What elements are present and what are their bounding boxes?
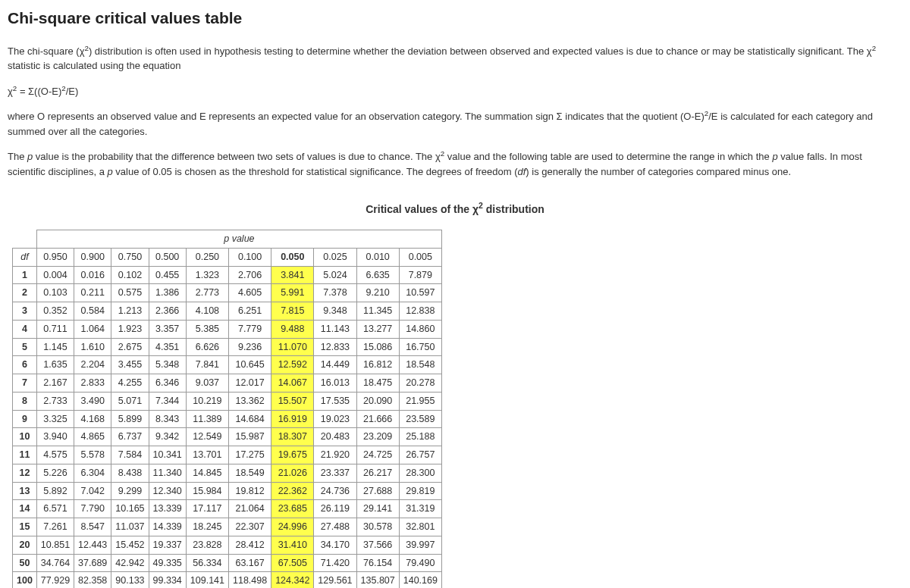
value-cell: 10.341 (149, 446, 186, 464)
value-cell: 99.334 (149, 572, 186, 588)
value-cell: 9.236 (228, 338, 271, 356)
value-cell: 1.610 (74, 338, 111, 356)
value-cell: 24.736 (314, 482, 356, 500)
value-cell: 124.342 (271, 572, 314, 588)
value-cell: 5.991 (271, 284, 314, 302)
value-cell: 20.483 (314, 428, 356, 446)
table-row: 93.3254.1685.8998.34311.38914.68416.9191… (13, 410, 442, 428)
value-cell: 18.548 (399, 356, 441, 374)
table-caption: Critical values of the χ2 distribution (8, 202, 902, 217)
value-cell: 135.807 (356, 572, 399, 588)
value-cell: 7.779 (228, 320, 271, 338)
value-cell: 11.070 (271, 338, 314, 356)
value-cell: 5.892 (36, 482, 74, 500)
value-cell: 0.103 (36, 284, 74, 302)
value-cell: 19.337 (149, 536, 186, 554)
value-cell: 7.841 (186, 356, 228, 374)
value-cell: 140.169 (399, 572, 441, 588)
value-cell: 2.706 (228, 266, 271, 284)
value-cell: 79.490 (399, 554, 441, 572)
value-cell: 18.307 (271, 428, 314, 446)
df-cell: 14 (13, 500, 37, 518)
value-cell: 23.337 (314, 464, 356, 482)
value-cell: 5.071 (111, 392, 149, 410)
value-cell: 23.589 (399, 410, 441, 428)
value-cell: 17.117 (186, 500, 228, 518)
value-cell: 37.566 (356, 536, 399, 554)
df-cell: 50 (13, 554, 37, 572)
value-cell: 10.219 (186, 392, 228, 410)
value-cell: 12.838 (399, 302, 441, 321)
value-cell: 63.167 (228, 554, 271, 572)
p-value-header: p value (36, 230, 441, 249)
value-cell: 0.575 (111, 284, 149, 302)
value-cell: 4.865 (74, 428, 111, 446)
intro-paragraph-3: The p value is the probability that the … (8, 149, 902, 179)
value-cell: 15.086 (356, 338, 399, 356)
table-row: 82.7333.4905.0717.34410.21913.36215.5071… (13, 392, 442, 410)
p-value-col: 0.500 (149, 248, 186, 266)
value-cell: 21.920 (314, 446, 356, 464)
value-cell: 1.064 (74, 320, 111, 338)
value-cell: 6.304 (74, 464, 111, 482)
value-cell: 19.675 (271, 446, 314, 464)
value-cell: 2.733 (36, 392, 74, 410)
value-cell: 17.275 (228, 446, 271, 464)
value-cell: 17.535 (314, 392, 356, 410)
df-cell: 9 (13, 410, 37, 428)
value-cell: 6.251 (228, 302, 271, 321)
value-cell: 23.828 (186, 536, 228, 554)
value-cell: 6.635 (356, 266, 399, 284)
value-cell: 30.578 (356, 518, 399, 536)
value-cell: 23.209 (356, 428, 399, 446)
df-cell: 11 (13, 446, 37, 464)
value-cell: 4.168 (74, 410, 111, 428)
value-cell: 25.188 (399, 428, 441, 446)
value-cell: 13.339 (149, 500, 186, 518)
df-cell: 12 (13, 464, 37, 482)
intro-paragraph-2: where O represents an observed value and… (8, 109, 902, 139)
df-cell: 10 (13, 428, 37, 446)
table-row: 72.1672.8334.2556.3469.03712.01714.06716… (13, 374, 442, 393)
value-cell: 19.812 (228, 482, 271, 500)
value-cell: 2.167 (36, 374, 74, 393)
value-cell: 4.605 (228, 284, 271, 302)
value-cell: 9.348 (314, 302, 356, 321)
value-cell: 0.016 (74, 266, 111, 284)
df-cell: 20 (13, 536, 37, 554)
value-cell: 6.346 (149, 374, 186, 393)
df-cell: 5 (13, 338, 37, 356)
df-cell: 100 (13, 572, 37, 588)
table-row: 103.9404.8656.7379.34212.54915.98718.307… (13, 428, 442, 446)
value-cell: 21.064 (228, 500, 271, 518)
value-cell: 7.261 (36, 518, 74, 536)
value-cell: 14.449 (314, 356, 356, 374)
p-value-col: 0.025 (314, 248, 356, 266)
value-cell: 18.549 (228, 464, 271, 482)
value-cell: 37.689 (74, 554, 111, 572)
value-cell: 15.984 (186, 482, 228, 500)
table-row: 2010.85112.44315.45219.33723.82828.41231… (13, 536, 442, 554)
value-cell: 90.133 (111, 572, 149, 588)
value-cell: 10.165 (111, 500, 149, 518)
value-cell: 16.919 (271, 410, 314, 428)
value-cell: 9.299 (111, 482, 149, 500)
value-cell: 1.386 (149, 284, 186, 302)
value-cell: 28.412 (228, 536, 271, 554)
value-cell: 1.323 (186, 266, 228, 284)
value-cell: 3.490 (74, 392, 111, 410)
value-cell: 19.023 (314, 410, 356, 428)
value-cell: 0.211 (74, 284, 111, 302)
value-cell: 1.923 (111, 320, 149, 338)
value-cell: 76.154 (356, 554, 399, 572)
value-cell: 24.996 (271, 518, 314, 536)
value-cell: 9.342 (149, 428, 186, 446)
value-cell: 11.143 (314, 320, 356, 338)
df-cell: 4 (13, 320, 37, 338)
value-cell: 4.351 (149, 338, 186, 356)
value-cell: 22.362 (271, 482, 314, 500)
value-cell: 0.584 (74, 302, 111, 321)
df-cell: 1 (13, 266, 37, 284)
df-cell: 6 (13, 356, 37, 374)
value-cell: 11.345 (356, 302, 399, 321)
